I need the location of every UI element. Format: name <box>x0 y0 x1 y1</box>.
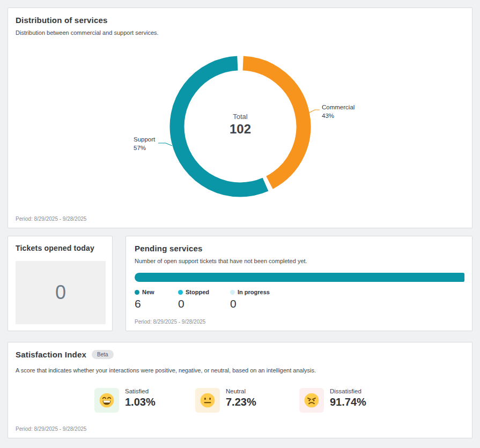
donut-slice-support[interactable] <box>177 63 265 190</box>
legend-label: New <box>142 289 154 295</box>
card-title: Pending services <box>135 244 203 253</box>
legend-value: 0 <box>178 297 209 310</box>
support-leader-line <box>158 143 172 146</box>
card-title: Satisfaction Index <box>16 350 86 359</box>
satisfaction-label: Dissatisfied <box>330 388 366 394</box>
legend-value: 0 <box>230 297 270 310</box>
card-subtitle: Number of open support tickets that have… <box>135 258 307 264</box>
satisfaction-item-satisfied: Satisfied 1.03% <box>94 388 156 413</box>
legend-item-new[interactable]: New 6 <box>135 289 154 310</box>
tickets-count-box: 0 <box>16 261 106 324</box>
legend-label: In progress <box>238 289 270 295</box>
commercial-label: Commercial <box>322 104 355 110</box>
satisfaction-value: 1.03% <box>125 396 156 408</box>
card-subtitle: A score that indicates whether your inte… <box>16 367 316 374</box>
in-progress-dot-icon <box>230 290 235 295</box>
grinning-face-emoji-icon <box>94 388 119 413</box>
donut-slice-commercial[interactable] <box>243 63 304 183</box>
stopped-dot-icon <box>178 290 183 295</box>
tickets-count-value: 0 <box>55 281 66 304</box>
support-label: Support <box>134 136 156 143</box>
donut-center-label: Total <box>233 113 248 121</box>
tickets-opened-today-card: Tickets opened today 0 <box>8 236 113 331</box>
angry-face-emoji-icon <box>299 388 324 413</box>
card-title: Tickets opened today <box>16 244 94 252</box>
legend-value: 6 <box>135 297 154 310</box>
period-text: Period: 8/29/2025 - 9/28/2025 <box>16 216 86 222</box>
satisfaction-value: 91.74% <box>330 396 366 408</box>
pending-bar <box>135 273 464 282</box>
pending-bar-segment-new <box>135 273 464 282</box>
donut-center-value: 102 <box>230 122 251 136</box>
legend-item-stopped[interactable]: Stopped 0 <box>178 289 209 310</box>
legend-item-in-progress[interactable]: In progress 0 <box>230 289 270 310</box>
period-text: Period: 8/29/2025 - 9/28/2025 <box>135 319 205 325</box>
legend-label: Stopped <box>186 289 209 295</box>
satisfaction-item-neutral: Neutral 7.23% <box>195 388 256 413</box>
support-pct: 57% <box>134 145 146 151</box>
satisfaction-value: 7.23% <box>226 396 256 408</box>
dashboard-page: Distribution of services Distribution be… <box>0 0 480 448</box>
satisfaction-item-dissatisfied: Dissatisfied 91.74% <box>299 388 366 413</box>
distribution-of-services-card: Distribution of services Distribution be… <box>8 8 472 228</box>
pending-services-card: Pending services Number of open support … <box>125 236 472 331</box>
donut-chart: Commercial 43% Support 57% Total 102 <box>8 8 473 217</box>
satisfaction-index-card: Satisfaction Index Beta A score that ind… <box>8 342 472 438</box>
satisfaction-label: Neutral <box>226 388 256 394</box>
period-text: Period: 8/29/2025 - 9/28/2025 <box>16 426 86 432</box>
commercial-pct: 43% <box>322 113 334 119</box>
neutral-face-emoji-icon <box>195 388 220 413</box>
satisfaction-label: Satisfied <box>125 388 156 394</box>
commercial-leader-line <box>308 110 320 113</box>
beta-badge: Beta <box>92 350 114 359</box>
new-dot-icon <box>135 290 139 295</box>
